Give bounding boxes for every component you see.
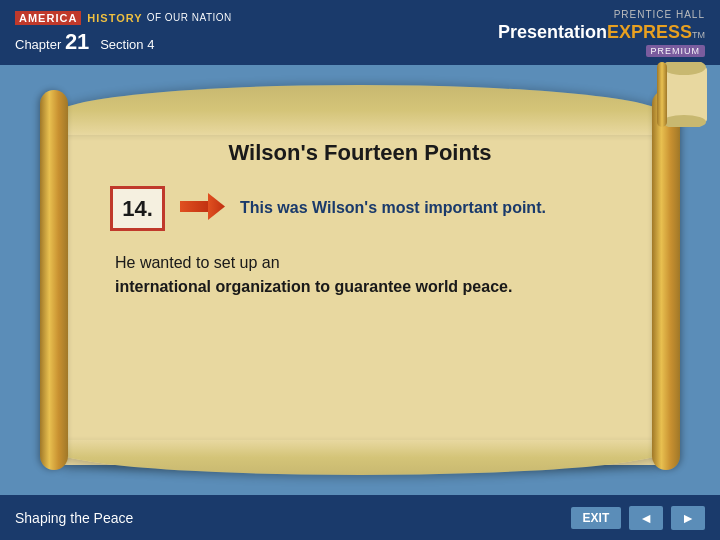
- scroll-content: Wilson's Fourteen Points 14.: [90, 125, 630, 455]
- section-label: Section: [100, 37, 143, 52]
- scroll-rod-right: [652, 90, 680, 470]
- footer-right: EXIT ◄ ►: [571, 506, 705, 530]
- logo-america: AMERICA: [15, 11, 81, 25]
- logo-history: HISTORY: [87, 12, 142, 24]
- svg-rect-4: [180, 201, 210, 212]
- svg-marker-5: [208, 193, 225, 220]
- header-left: AMERICA HISTORY OF OUR NATION Chapter 21…: [15, 11, 232, 55]
- point-number-box: 14.: [110, 186, 165, 231]
- chapter-label: Chapter: [15, 37, 61, 52]
- header: AMERICA HISTORY OF OUR NATION Chapter 21…: [0, 0, 720, 65]
- pe-logo: Presentation EXPRESS TM: [498, 22, 705, 43]
- header-logo: AMERICA HISTORY OF OUR NATION: [15, 11, 232, 25]
- chapter-number: 21: [65, 29, 89, 54]
- scroll-rod-left: [40, 90, 68, 470]
- svg-rect-3: [657, 62, 667, 127]
- prev-button[interactable]: ◄: [629, 506, 663, 530]
- pe-express: EXPRESS: [607, 22, 692, 43]
- slide-title: Wilson's Fourteen Points: [110, 140, 610, 166]
- body-text: He wanted to set up an international org…: [110, 251, 610, 299]
- corner-scroll-decoration: [657, 62, 712, 127]
- pe-tm: TM: [692, 30, 705, 40]
- point-row: 14. This w: [110, 186, 610, 231]
- ph-logo: PRENTICE HALL: [614, 9, 705, 20]
- next-button[interactable]: ►: [671, 506, 705, 530]
- logo-nation: OF OUR NATION: [147, 12, 232, 23]
- header-right: PRENTICE HALL Presentation EXPRESS TM PR…: [498, 9, 705, 57]
- arrow-icon: [180, 189, 225, 228]
- point-text: This was Wilson's most important point.: [240, 198, 546, 219]
- chapter-info: Chapter 21 Section 4: [15, 29, 232, 55]
- exit-button[interactable]: EXIT: [571, 507, 622, 529]
- footer-title: Shaping the Peace: [15, 510, 133, 526]
- pe-premium: PREMIUM: [646, 45, 706, 57]
- section-number: 4: [147, 37, 154, 52]
- scroll-container: Wilson's Fourteen Points 14.: [40, 85, 680, 475]
- main-content: Wilson's Fourteen Points 14.: [0, 65, 720, 495]
- svg-rect-0: [662, 67, 707, 122]
- body-line1: He wanted to set up an: [115, 254, 280, 271]
- body-bold: international organization to guarantee …: [115, 278, 512, 295]
- pe-presentation: Presentation: [498, 22, 607, 43]
- footer: Shaping the Peace EXIT ◄ ►: [0, 495, 720, 540]
